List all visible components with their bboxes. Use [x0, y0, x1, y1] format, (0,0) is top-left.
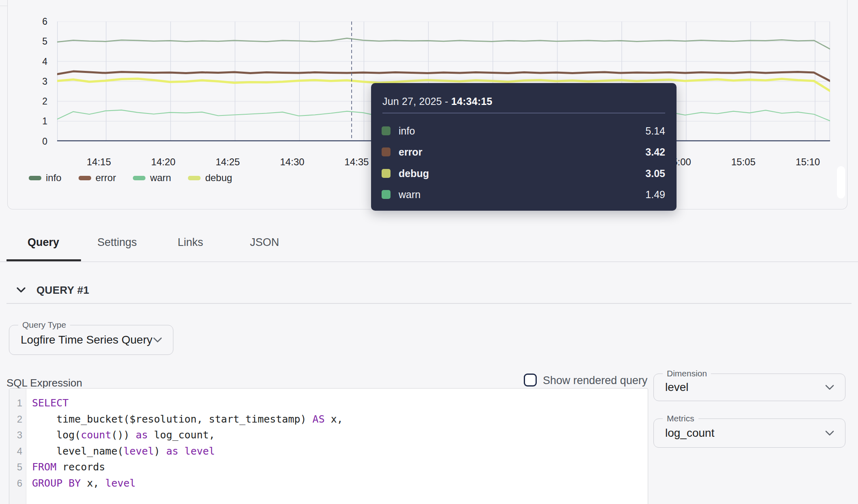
x-tick-label: 14:25 — [205, 156, 250, 168]
x-tick-label: 14:15 — [77, 156, 121, 168]
show-rendered-query-checkbox[interactable] — [524, 374, 537, 387]
code-line: level_name(level) as level — [32, 443, 343, 459]
y-tick-label: 0 — [23, 136, 47, 147]
legend-label: error — [96, 172, 116, 184]
y-tick-label: 2 — [23, 96, 47, 107]
line-number: 3 — [9, 427, 26, 443]
tooltip-series-label: error — [399, 146, 422, 158]
editor-line-numbers: 123456 — [9, 389, 26, 504]
legend-item-info[interactable]: info — [29, 172, 62, 184]
dimension-value: level — [665, 381, 689, 394]
code-line: FROM records — [32, 459, 343, 475]
tab-links[interactable]: Links — [177, 236, 203, 249]
chart-legend: infoerrorwarndebug — [29, 173, 232, 183]
y-tick-label: 6 — [23, 16, 47, 27]
tooltip-series-value: 3.42 — [645, 146, 665, 158]
chevron-down-icon[interactable] — [16, 287, 26, 293]
legend-label: info — [46, 172, 62, 184]
chevron-down-icon — [825, 384, 835, 391]
line-number: 2 — [9, 411, 26, 427]
tooltip-row-error: error3.42 — [371, 146, 677, 158]
tooltip-timestamp: Jun 27, 2025 - 14:34:15 — [382, 96, 492, 107]
metrics-label: Metrics — [663, 414, 698, 423]
legend-swatch-icon — [79, 176, 91, 180]
y-tick-label: 1 — [23, 116, 47, 127]
query-type-value: Logfire Time Series Query — [21, 333, 152, 346]
metrics-value: log_count — [665, 427, 714, 440]
query-type-label: Query Type — [18, 320, 70, 330]
tooltip-series-value: 1.49 — [645, 189, 665, 200]
query-type-select[interactable]: Query Type Logfire Time Series Query — [9, 325, 173, 355]
sql-editor[interactable]: 123456 SELECT time_bucket($resolution, s… — [9, 388, 648, 504]
series-line-info — [57, 38, 830, 49]
tooltip-swatch-icon — [382, 126, 391, 135]
legend-item-error[interactable]: error — [79, 172, 116, 184]
y-tick-label: 4 — [23, 56, 47, 67]
tab-settings[interactable]: Settings — [97, 236, 137, 249]
show-rendered-query-label: Show rendered query — [543, 374, 647, 387]
code-line: log(count()) as log_count, — [32, 427, 343, 443]
y-tick-label: 5 — [23, 36, 47, 47]
x-tick-label: 15:10 — [785, 156, 830, 168]
line-number: 4 — [9, 443, 26, 459]
tooltip-swatch-icon — [382, 190, 391, 199]
tab-json[interactable]: JSON — [250, 236, 279, 249]
metrics-select[interactable]: Metrics log_count — [653, 419, 845, 448]
chart-tooltip: Jun 27, 2025 - 14:34:15 info5.14error3.4… — [371, 83, 677, 211]
dimension-label: Dimension — [663, 369, 711, 378]
code-line: time_bucket($resolution, start_timestamp… — [32, 411, 343, 427]
editor-code[interactable]: SELECT time_bucket($resolution, start_ti… — [26, 389, 343, 504]
tooltip-divider — [382, 113, 665, 113]
dashboard-page: 6543210 14:1514:2014:2514:3014:3514:4014… — [0, 0, 858, 504]
line-number: 1 — [9, 395, 26, 411]
tooltip-row-info: info5.14 — [371, 125, 677, 137]
chevron-down-icon — [153, 337, 162, 343]
tooltip-swatch-icon — [382, 147, 391, 156]
tab-bar-divider — [0, 261, 858, 262]
query-section-divider — [6, 303, 852, 304]
tooltip-series-label: debug — [399, 168, 429, 179]
x-tick-label: 15:05 — [721, 156, 766, 168]
legend-swatch-icon — [133, 176, 145, 180]
tooltip-swatch-icon — [382, 169, 391, 178]
tooltip-row-debug: debug3.05 — [371, 168, 677, 180]
x-tick-label: 14:20 — [141, 156, 186, 168]
tab-query[interactable]: Query — [28, 236, 59, 249]
line-number: 5 — [9, 459, 26, 475]
code-line: GROUP BY x, level — [32, 475, 343, 491]
legend-swatch-icon — [29, 176, 41, 180]
legend-swatch-icon — [188, 176, 201, 180]
legend-label: warn — [150, 172, 171, 184]
tooltip-series-value: 5.14 — [645, 125, 665, 137]
sql-expression-label: SQL Expression — [6, 377, 82, 389]
scrollbar-thumb[interactable] — [837, 166, 845, 199]
y-tick-label: 3 — [23, 76, 47, 87]
x-tick-label: 14:30 — [270, 156, 314, 168]
tooltip-series-label: warn — [399, 189, 420, 200]
legend-item-warn[interactable]: warn — [133, 172, 171, 184]
legend-label: debug — [205, 172, 232, 184]
tooltip-row-warn: warn1.49 — [371, 189, 677, 201]
line-number: 6 — [9, 475, 26, 491]
tooltip-series-label: info — [399, 125, 415, 137]
query-section-header[interactable]: QUERY #1 — [16, 284, 89, 297]
code-line: SELECT — [32, 395, 343, 411]
legend-item-debug[interactable]: debug — [188, 172, 232, 184]
tooltip-series-value: 3.05 — [645, 168, 665, 179]
chevron-down-icon — [825, 430, 835, 436]
query-section-title: QUERY #1 — [36, 284, 89, 297]
dimension-select[interactable]: Dimension level — [653, 374, 845, 401]
